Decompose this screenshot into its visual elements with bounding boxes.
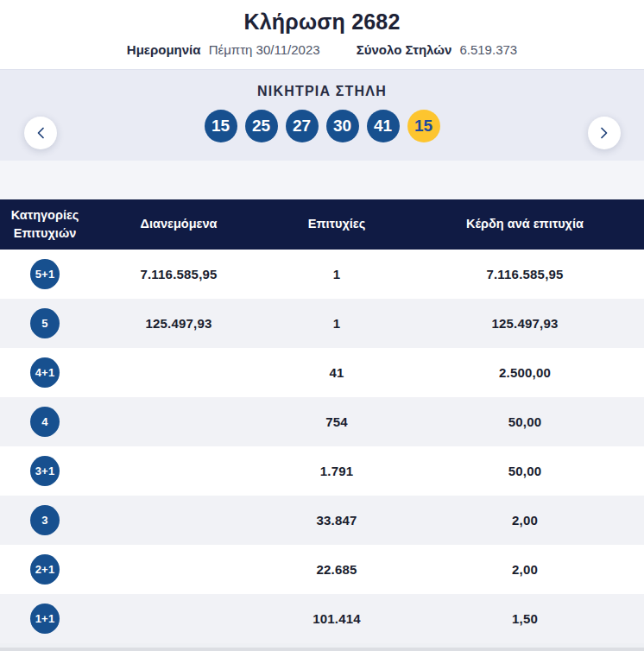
section-divider-strip [0,161,644,199]
winning-numbers-section: ΝΙΚΗΤΡΙΑ ΣΤΗΛΗ 15 25 27 30 41 15 [0,69,644,161]
category-cell: 3+1 [0,446,90,496]
prize-cell: 50,00 [406,446,644,496]
table-row: 4+1 41 2.500,00 [0,348,644,397]
joker-number-ball: 15 [407,110,440,142]
category-cell: 3 [0,496,90,545]
category-cell: 2+1 [0,545,90,594]
draw-date-value: Πέμπτη 30/11/2023 [209,42,320,57]
winning-number-ball-2: 25 [245,110,278,142]
category-badge: 3 [30,505,60,535]
table-row: 3+1 1.791 50,00 [0,446,644,496]
winners-cell: 33.847 [268,496,406,545]
column-header-distributed: Διανεμόμενα [90,199,268,250]
category-badge: 5 [30,308,60,338]
winners-cell: 1 [268,250,406,299]
distributed-cell [90,397,268,446]
distributed-cell [90,594,268,643]
table-row: 2+1 22.685 2,00 [0,545,644,594]
prize-cell: 7.116.585,95 [406,250,644,299]
category-cell: 5+1 [0,250,90,299]
category-cell: 4+1 [0,348,90,397]
category-cell: 4 [0,397,90,446]
category-badge: 3+1 [30,456,60,486]
distributed-cell: 7.116.585,95 [90,250,268,299]
table-row: 1+1 101.414 1,50 [0,594,644,643]
distributed-cell [90,348,268,397]
column-header-winners: Επιτυχίες [268,199,406,250]
draw-date: Ημερομηνία Πέμπτη 30/11/2023 [127,42,320,57]
prize-cell: 2,00 [406,496,644,545]
table-row: 5+1 7.116.585,95 1 7.116.585,95 [0,250,644,299]
winners-cell: 754 [268,397,406,446]
category-badge: 4+1 [30,357,60,388]
next-draw-button[interactable] [588,117,621,149]
category-cell: 5 [0,299,90,348]
prize-cell: 1,50 [406,594,644,643]
table-row: 3 33.847 2,00 [0,496,644,545]
winners-cell: 41 [268,348,406,397]
table-header-row: Κατηγορίες Επιτυχιών Διανεμόμενα Επιτυχί… [0,199,644,250]
prize-cell: 125.497,93 [406,299,644,348]
total-columns: Σύνολο Στηλών 6.519.373 [357,42,517,57]
draw-header: Κλήρωση 2682 Ημερομηνία Πέμπτη 30/11/202… [0,0,644,69]
draw-date-label: Ημερομηνία [127,42,201,57]
total-columns-value: 6.519.373 [459,42,517,57]
draw-meta: Ημερομηνία Πέμπτη 30/11/2023 Σύνολο Στηλ… [0,42,644,57]
winners-cell: 1 [268,299,406,348]
column-header-category: Κατηγορίες Επιτυχιών [0,199,90,250]
table-row: 5 125.497,93 1 125.497,93 [0,299,644,348]
column-header-prize: Κέρδη ανά επιτυχία [406,199,644,250]
total-columns-label: Σύνολο Στηλών [357,42,452,57]
distributed-cell [90,496,268,545]
prize-categories-table: Κατηγορίες Επιτυχιών Διανεμόμενα Επιτυχί… [0,199,644,643]
chevron-right-icon [600,127,609,139]
distributed-cell: 125.497,93 [90,299,268,348]
winning-number-ball-3: 27 [286,110,319,142]
winners-cell: 101.414 [268,594,406,643]
draw-title: Κλήρωση 2682 [0,9,644,35]
winners-cell: 1.791 [268,446,406,496]
winning-numbers-row: 15 25 27 30 41 15 [0,110,644,142]
winning-column-heading: ΝΙΚΗΤΡΙΑ ΣΤΗΛΗ [0,70,644,99]
winning-number-ball-4: 30 [326,110,359,142]
chevron-left-icon [36,127,45,139]
distributed-cell [90,545,268,594]
category-badge: 5+1 [30,259,60,289]
previous-draw-button[interactable] [24,117,57,149]
winning-number-ball-1: 15 [205,110,237,142]
table-row: 4 754 50,00 [0,397,644,446]
bottom-border-strip [0,643,644,651]
category-badge: 1+1 [30,604,60,634]
prize-cell: 50,00 [406,397,644,446]
winning-number-ball-5: 41 [367,110,400,142]
category-cell: 1+1 [0,594,90,643]
category-badge: 4 [30,407,60,437]
joker-draw-results-page: Κλήρωση 2682 Ημερομηνία Πέμπτη 30/11/202… [0,0,644,651]
winners-cell: 22.685 [268,545,406,594]
prize-cell: 2.500,00 [406,348,644,397]
prize-cell: 2,00 [406,545,644,594]
distributed-cell [90,446,268,496]
category-badge: 2+1 [30,554,60,585]
